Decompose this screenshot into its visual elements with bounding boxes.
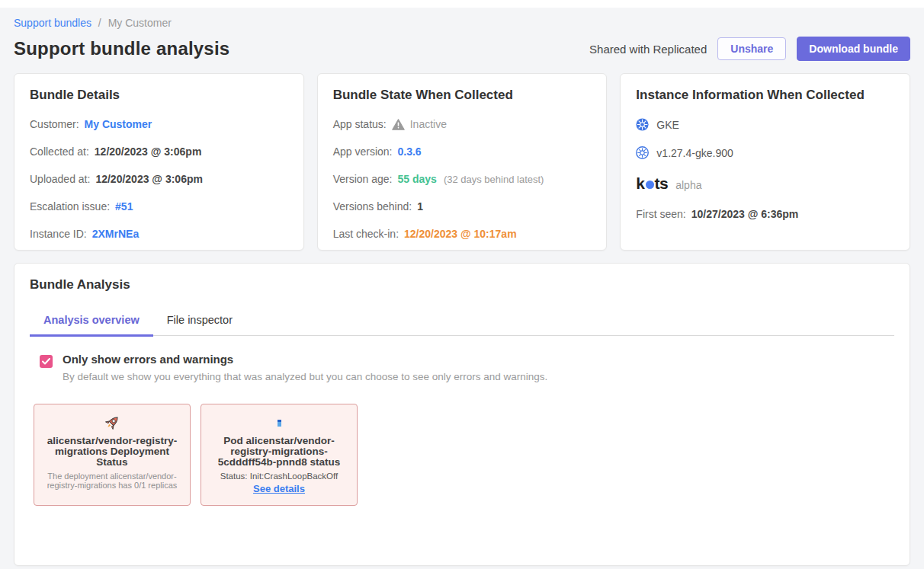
unshare-button[interactable]: Unshare — [717, 37, 786, 60]
shared-status-text: Shared with Replicated — [589, 43, 707, 56]
app-version-row: App version: 0.3.6 — [333, 145, 592, 158]
bundle-state-card: Bundle State When Collected App status: … — [317, 73, 608, 251]
page-title: Support bundle analysis — [14, 38, 229, 59]
kots-channel: alpha — [675, 179, 701, 191]
bundle-details-title: Bundle Details — [30, 88, 288, 103]
uploaded-at-row: Uploaded at: 12/20/2023 @ 3:06pm — [30, 173, 288, 185]
version-age-note: (32 days behind latest) — [444, 174, 544, 185]
app-version-label: App version: — [333, 145, 393, 158]
page-container: Support bundles / My Customer Support bu… — [0, 17, 924, 566]
uploaded-at-label: Uploaded at: — [30, 173, 90, 185]
version-age-label: Version age: — [333, 173, 393, 185]
versions-behind-value: 1 — [417, 200, 423, 213]
breadcrumb: Support bundles / My Customer — [14, 17, 910, 29]
filter-description: By default we show you everything that w… — [63, 371, 547, 382]
analysis-result-title: Pod alicenstar/vendor-registry-migration… — [209, 436, 349, 468]
checkmark-icon — [42, 358, 50, 365]
warning-triangle-icon — [392, 119, 405, 130]
distribution-row: GKE — [636, 118, 894, 131]
kots-logo-o-dot — [646, 181, 654, 189]
analysis-result-description: The deployment alicenstar/vendor-registr… — [42, 472, 182, 490]
app-status-row: App status: Inactive — [333, 118, 592, 130]
bundle-state-title: Bundle State When Collected — [333, 88, 592, 103]
instance-id-row: Instance ID: 2XMrNEa — [30, 228, 288, 240]
title-row: Support bundle analysis Shared with Repl… — [14, 37, 910, 61]
analysis-results: alicenstar/vendor-registry-migrations De… — [30, 404, 894, 506]
app-status-label: App status: — [333, 118, 387, 130]
first-seen-value: 10/27/2023 @ 6:36pm — [691, 208, 799, 220]
customer-row: Customer: My Customer — [30, 118, 288, 130]
download-bundle-button[interactable]: Download bundle — [797, 37, 910, 61]
filter-text: Only show errors and warnings By default… — [63, 353, 547, 382]
collected-at-row: Collected at: 12/20/2023 @ 3:06pm — [30, 145, 288, 158]
app-version-link[interactable]: 0.3.6 — [398, 145, 422, 158]
versions-behind-row: Versions behind: 1 — [333, 200, 592, 213]
header-actions: Shared with Replicated Unshare Download … — [589, 37, 910, 61]
app-status-value: Inactive — [410, 118, 447, 130]
analysis-result-deployment-status: alicenstar/vendor-registry-migrations De… — [34, 404, 191, 506]
breadcrumb-current: My Customer — [108, 17, 172, 29]
bundle-analysis-card: Bundle Analysis Analysis overview File i… — [14, 263, 910, 566]
customer-label: Customer: — [30, 118, 79, 130]
last-checkin-label: Last check-in: — [333, 228, 399, 240]
k8s-version-value: v1.27.4-gke.900 — [656, 147, 733, 159]
first-seen-row: First seen: 10/27/2023 @ 6:36pm — [636, 208, 894, 220]
bundle-analysis-title: Bundle Analysis — [30, 277, 894, 292]
errors-warnings-checkbox[interactable] — [40, 355, 53, 368]
escalation-issue-label: Escalation issue: — [30, 200, 110, 213]
last-checkin-value: 12/20/2023 @ 10:17am — [404, 228, 517, 240]
collected-at-label: Collected at: — [30, 145, 89, 158]
see-details-link[interactable]: See details — [253, 483, 305, 494]
escalation-issue-row: Escalation issue: #51 — [30, 200, 288, 213]
customer-link[interactable]: My Customer — [85, 118, 152, 130]
uploaded-at-value: 12/20/2023 @ 3:06pm — [95, 173, 203, 185]
kots-logo-k: k — [636, 174, 644, 193]
k8s-version-row: v1.27.4-gke.900 — [636, 146, 894, 159]
versions-behind-label: Versions behind: — [333, 200, 412, 213]
kubernetes-version-icon — [636, 146, 649, 159]
collected-at-value: 12/20/2023 @ 3:06pm — [95, 145, 202, 158]
tab-analysis-overview[interactable]: Analysis overview — [30, 306, 153, 337]
top-strip — [0, 0, 924, 8]
breadcrumb-separator: / — [98, 17, 101, 29]
version-age-row: Version age: 55 days (32 days behind lat… — [333, 173, 592, 185]
filter-section: Only show errors and warnings By default… — [30, 353, 894, 382]
instance-info-title: Instance Information When Collected — [636, 88, 894, 103]
escalation-issue-link[interactable]: #51 — [115, 200, 133, 213]
tab-file-inspector[interactable]: File inspector — [153, 306, 246, 337]
analysis-result-title: alicenstar/vendor-registry-migrations De… — [42, 436, 182, 468]
kubernetes-icon — [636, 118, 649, 131]
instance-id-label: Instance ID: — [30, 228, 87, 240]
instance-info-card: Instance Information When Collected GKE … — [620, 73, 910, 251]
analysis-result-pod-status: Pod alicenstar/vendor-registry-migration… — [201, 404, 358, 506]
bundle-details-card: Bundle Details Customer: My Customer Col… — [14, 73, 304, 251]
kots-row: kts alpha — [636, 174, 894, 193]
kots-logo-ts: ts — [655, 174, 669, 193]
distribution-value: GKE — [656, 119, 679, 131]
kots-logo: kts — [636, 174, 668, 193]
filter-label[interactable]: Only show errors and warnings — [63, 353, 547, 366]
pod-status-text: Status: Init:CrashLoopBackOff — [209, 472, 349, 481]
last-checkin-row: Last check-in: 12/20/2023 @ 10:17am — [333, 228, 592, 240]
pod-icon — [209, 413, 349, 433]
version-age-value: 55 days — [398, 173, 437, 185]
analysis-tabs: Analysis overview File inspector — [30, 306, 894, 336]
summary-cards: Bundle Details Customer: My Customer Col… — [14, 73, 910, 251]
breadcrumb-link-support-bundles[interactable]: Support bundles — [14, 17, 91, 29]
first-seen-label: First seen: — [636, 208, 685, 220]
rocket-icon — [42, 413, 182, 433]
instance-id-link[interactable]: 2XMrNEa — [92, 228, 139, 240]
